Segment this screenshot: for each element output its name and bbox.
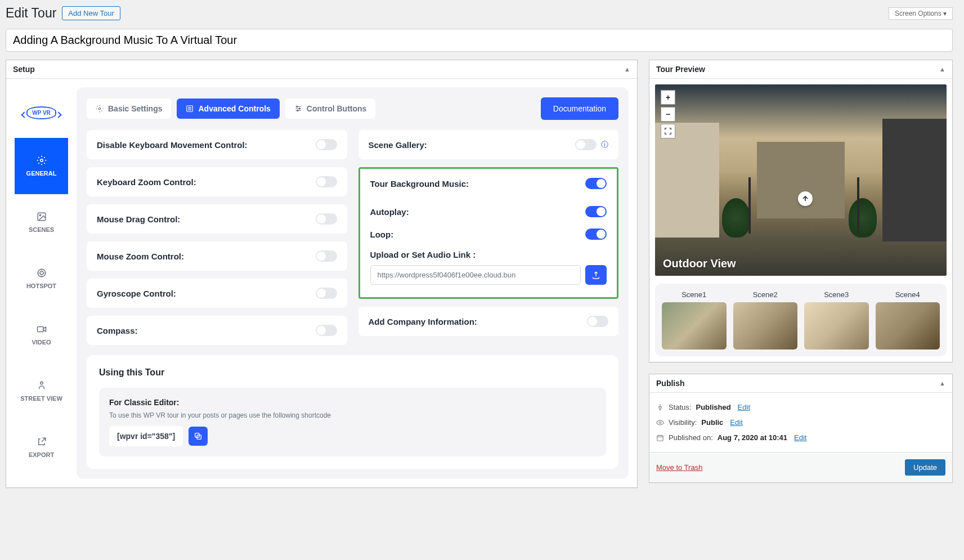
htab-advanced-controls[interactable]: Advanced Controls <box>177 98 279 119</box>
svg-point-11 <box>297 110 298 111</box>
export-icon <box>37 437 47 447</box>
toggle-gyroscope[interactable] <box>316 288 337 299</box>
vtab-hotspot[interactable]: HOTSPOT <box>15 250 68 307</box>
collapse-icon: ▲ <box>624 66 630 73</box>
collapse-icon: ▲ <box>939 380 945 387</box>
screen-options-button[interactable]: Screen Options ▾ <box>889 7 953 20</box>
option-company-info: Add Company Information: <box>358 307 619 336</box>
toggle-background-music[interactable] <box>585 178 607 189</box>
toggle-mouse-zoom[interactable] <box>316 250 337 262</box>
documentation-button[interactable]: Documentation <box>541 97 618 120</box>
toggle-keyboard-zoom[interactable] <box>316 176 337 187</box>
svg-point-14 <box>659 422 661 424</box>
sliders-icon <box>186 105 194 113</box>
vtab-general[interactable]: GENERAL <box>15 138 68 194</box>
edit-visibility-link[interactable]: Edit <box>730 418 742 427</box>
toggle-loop[interactable] <box>585 229 607 240</box>
zoom-in-button[interactable]: + <box>661 90 675 105</box>
calendar-icon <box>656 434 664 442</box>
preview-panel-header[interactable]: Tour Preview ▲ <box>649 60 952 79</box>
info-icon[interactable]: ⓘ <box>601 140 608 150</box>
option-mouse-drag: Mouse Drag Control: <box>87 204 347 234</box>
edit-status-link[interactable]: Edit <box>738 403 750 411</box>
svg-rect-15 <box>657 435 663 440</box>
svg-point-7 <box>98 107 101 110</box>
upload-icon <box>591 271 600 280</box>
option-mouse-zoom: Mouse Zoom Control: <box>87 241 347 271</box>
vtab-scenes[interactable]: SCENES <box>15 194 68 250</box>
page-title: Edit Tour <box>6 6 56 21</box>
update-button[interactable]: Update <box>905 459 945 476</box>
option-compass: Compass: <box>87 316 347 345</box>
target-icon <box>37 268 47 278</box>
vtab-video[interactable]: VIDEO <box>15 307 68 363</box>
option-gyroscope: Gyroscope Control: <box>87 279 347 308</box>
svg-point-2 <box>39 214 41 216</box>
publish-date-row: Published on: Aug 7, 2020 at 10:41 Edit <box>656 430 945 445</box>
gear-icon <box>37 155 47 165</box>
publish-visibility-row: Visibility: Public Edit <box>656 415 945 430</box>
shortcode-display: [wpvr id="358"] <box>109 426 183 446</box>
scene-thumb-1[interactable]: Scene1 <box>662 290 727 350</box>
wpvr-logo: WP VR <box>15 87 68 138</box>
person-icon <box>37 380 47 391</box>
svg-point-3 <box>38 269 46 277</box>
using-tour-section: Using this Tour For Classic Editor: To u… <box>87 355 618 469</box>
publish-status-row: Status: Published Edit <box>656 400 945 415</box>
toggle-autoplay[interactable] <box>585 206 607 217</box>
collapse-icon: ▲ <box>939 66 945 73</box>
vtab-export[interactable]: EXPORT <box>15 419 68 476</box>
toggle-compass[interactable] <box>316 325 337 336</box>
svg-point-9 <box>296 106 297 107</box>
option-scene-gallery: Scene Gallery: ⓘ <box>358 130 619 159</box>
zoom-out-button[interactable]: − <box>661 107 675 122</box>
svg-point-4 <box>40 271 43 275</box>
toggle-mouse-drag[interactable] <box>316 213 337 225</box>
copy-shortcode-button[interactable] <box>189 427 208 446</box>
svg-rect-5 <box>37 327 43 332</box>
htab-control-buttons[interactable]: Control Buttons <box>285 98 376 119</box>
tour-preview-viewport[interactable]: + − Outdoor View <box>655 84 947 276</box>
option-disable-keyboard-movement: Disable Keyboard Movement Control: <box>87 130 347 159</box>
vtab-streetview[interactable]: STREET VIEW <box>15 363 68 419</box>
publish-panel-header[interactable]: Publish ▲ <box>649 374 952 393</box>
eye-icon <box>656 419 664 427</box>
add-new-tour-button[interactable]: Add New Tour <box>62 6 120 20</box>
toggle-disable-keyboard-movement[interactable] <box>316 139 337 150</box>
fullscreen-button[interactable] <box>661 124 675 138</box>
audio-url-input[interactable] <box>370 265 581 285</box>
image-icon <box>37 212 47 222</box>
svg-point-6 <box>40 382 43 384</box>
background-music-section: Tour Background Music: Autoplay: <box>358 167 619 299</box>
htab-basic-settings[interactable]: Basic Settings <box>87 98 171 119</box>
setup-panel-title: Setup <box>13 65 35 74</box>
edit-date-link[interactable]: Edit <box>794 433 806 442</box>
gear-icon <box>96 105 104 113</box>
upload-audio-button[interactable] <box>585 265 607 285</box>
copy-icon <box>194 432 203 441</box>
option-keyboard-zoom: Keyboard Zoom Control: <box>87 167 347 196</box>
video-icon <box>37 324 47 334</box>
setup-panel-header[interactable]: Setup ▲ <box>6 60 637 79</box>
toggle-company-info[interactable] <box>587 316 608 327</box>
post-title-input[interactable] <box>6 29 953 52</box>
svg-point-0 <box>40 159 43 162</box>
preview-panel-title: Tour Preview <box>656 65 705 74</box>
controls-icon <box>294 105 302 113</box>
scene-thumb-2[interactable]: Scene2 <box>733 290 798 350</box>
scene-thumb-4[interactable]: Scene4 <box>876 290 940 350</box>
scene-name-label: Outdoor View <box>663 257 736 270</box>
arrow-up-icon <box>801 195 809 203</box>
scene-thumbnails-strip: Scene1 Scene2 Scene3 Scene4 <box>655 284 947 356</box>
pin-icon <box>656 404 664 411</box>
move-to-trash-link[interactable]: Move to Trash <box>656 463 702 472</box>
svg-point-10 <box>299 108 300 109</box>
publish-panel-title: Publish <box>656 379 685 388</box>
fullscreen-icon <box>664 127 672 135</box>
toggle-scene-gallery[interactable] <box>575 139 597 150</box>
scene-thumb-3[interactable]: Scene3 <box>804 290 869 350</box>
